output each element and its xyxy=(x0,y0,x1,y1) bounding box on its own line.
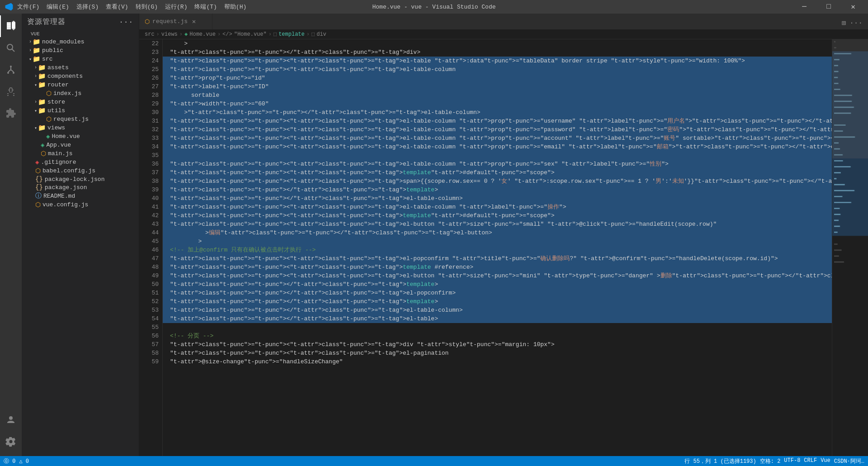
tree-item-mainjs[interactable]: ⬡main.js xyxy=(22,149,139,158)
tree-item-Homevue[interactable]: ◈Home.vue xyxy=(22,132,139,141)
code-line[interactable]: "t-attr">class"t-punc">="t-punc"><"t-att… xyxy=(163,117,832,125)
code-line[interactable]: "t-attr">class"t-punc">="t-punc"><"t-att… xyxy=(163,143,832,151)
code-line[interactable]: >编辑"t-attr">class"t-punc">="t-punc"></"t… xyxy=(163,228,832,237)
code-line[interactable]: "t-attr">class"t-punc">="t-punc"><"t-att… xyxy=(163,177,832,185)
code-line[interactable]: "t-attr">class"t-punc">="t-punc"><"t-att… xyxy=(163,160,832,168)
tree-item-requestjs[interactable]: ⬡request.js xyxy=(22,115,139,124)
code-line[interactable] xyxy=(163,323,832,332)
status-extra[interactable]: CSDN·阿珂… xyxy=(834,457,864,465)
menu-select[interactable]: 选择(S) xyxy=(76,3,99,11)
activity-debug[interactable] xyxy=(0,81,22,102)
code-line[interactable]: "t-attr">class"t-punc">="t-punc"></"t-at… xyxy=(163,185,832,194)
more-actions-button[interactable]: ··· xyxy=(848,17,864,29)
status-warnings[interactable]: △ 0 xyxy=(19,458,29,465)
breadcrumb-vue-name[interactable]: "Home.vue" xyxy=(234,31,267,38)
code-line[interactable]: "t-attr">class"t-punc">="t-punc"><"t-att… xyxy=(163,203,832,211)
activity-extensions[interactable] xyxy=(0,102,22,124)
menu-run[interactable]: 运行(R) xyxy=(165,3,187,11)
activity-git[interactable] xyxy=(0,59,22,81)
code-line[interactable]: "t-attr">class"t-punc">="t-punc"><"t-att… xyxy=(163,271,832,280)
status-indent[interactable]: 空格: 2 xyxy=(760,457,781,465)
tree-item-vueconfig.js[interactable]: ⬡vue.config.js xyxy=(22,200,139,209)
activity-explorer[interactable] xyxy=(0,15,22,37)
maximize-button[interactable]: □ xyxy=(818,0,839,14)
tree-item-store[interactable]: ›📁store xyxy=(22,98,139,106)
tree-item-gitignore[interactable]: ◈.gitignore xyxy=(22,158,139,166)
code-content[interactable]: > "t-attr">class"t-punc">="t-punc"></"t-… xyxy=(163,39,832,456)
breadcrumb-template[interactable]: template xyxy=(278,31,305,38)
code-line[interactable]: "t-attr">class"t-punc">="t-punc"><"t-att… xyxy=(163,134,832,143)
breadcrumb-filename[interactable]: Home.vue xyxy=(189,31,216,38)
code-line[interactable]: "t-attr">class"t-punc">="t-punc"></"t-at… xyxy=(163,297,832,306)
menu-file[interactable]: 文件(F) xyxy=(17,3,39,11)
status-encoding[interactable]: UTF-8 xyxy=(784,457,800,465)
code-line[interactable]: "t-attr">class"t-punc">="t-punc"><"t-att… xyxy=(163,125,832,134)
status-errors[interactable]: ⓪ 0 xyxy=(4,457,15,465)
tree-item-public[interactable]: ›📁public xyxy=(22,46,139,55)
menu-edit[interactable]: 编辑(E) xyxy=(47,3,69,11)
code-line[interactable]: >"t-attr">class"t-punc">="t-punc"></"t-a… xyxy=(163,108,832,117)
tree-item-package-lockjson[interactable]: {}package-lock.json xyxy=(22,175,139,183)
status-eol[interactable]: CRLF xyxy=(804,457,817,465)
menu-goto[interactable]: 转到(G) xyxy=(136,3,158,11)
code-line[interactable]: "t-attr">class"t-punc">="t-punc"><"t-att… xyxy=(163,254,832,263)
menu-view[interactable]: 查看(V) xyxy=(106,3,128,11)
code-line[interactable]: "t-attr">class"t-punc">="t-punc"><"t-att… xyxy=(163,349,832,357)
code-line[interactable]: "t-attr">class"t-punc">="t-punc"></"t-at… xyxy=(163,314,832,323)
code-line[interactable]: "t-attr">class"t-punc">="t-punc"><"t-att… xyxy=(163,57,832,65)
code-line[interactable]: sortable xyxy=(163,91,832,100)
tab-requestjs[interactable]: ⬡request.js✕ xyxy=(139,14,212,29)
tree-item-router[interactable]: ▾📁router xyxy=(22,81,139,89)
sidebar-root[interactable]: VUE xyxy=(22,30,139,38)
tree-item-READMEmd[interactable]: ⓘREADME.md xyxy=(22,191,139,200)
code-line[interactable]: <!-- 分页 --> xyxy=(163,332,832,340)
tree-item-babelconfig.js[interactable]: ⬡babel.config.js xyxy=(22,166,139,175)
code-line[interactable]: "t-attr">class"t-punc">="t-punc"><"t-att… xyxy=(163,340,832,349)
tree-item-views[interactable]: ▾📁views xyxy=(22,124,139,132)
code-line[interactable] xyxy=(163,151,832,160)
code-line[interactable]: "t-attr">class"t-punc">="t-punc"><"t-att… xyxy=(163,65,832,74)
split-editor-button[interactable]: ⊞ xyxy=(840,17,848,29)
tree-item-assets[interactable]: ›📁assets xyxy=(22,63,139,72)
code-line[interactable]: "t-attr">class"t-punc">="t-punc"><"t-att… xyxy=(163,220,832,228)
activity-search[interactable] xyxy=(0,37,22,59)
minimize-button[interactable]: ─ xyxy=(794,0,815,14)
menu-terminal[interactable]: 终端(T) xyxy=(194,3,217,11)
tree-item-utils[interactable]: ▾📁utils xyxy=(22,106,139,115)
file-tree: ›📁node_modules›📁public▾📁src›📁assets›📁com… xyxy=(22,38,139,209)
activity-settings[interactable] xyxy=(0,431,22,452)
code-line[interactable]: "t-attr">class"t-punc">="t-punc"><"t-att… xyxy=(163,263,832,271)
tab-close-button[interactable]: ✕ xyxy=(190,18,198,25)
close-button[interactable]: ✕ xyxy=(843,0,863,14)
tree-item-Appvue[interactable]: ◈App.vue xyxy=(22,141,139,149)
activity-account[interactable] xyxy=(0,409,22,431)
tree-item-src[interactable]: ▾📁src xyxy=(22,55,139,63)
code-line[interactable]: "t-attr">@size-change"t-punc">="handleSi… xyxy=(163,357,832,366)
code-line[interactable]: "t-attr">class"t-punc">="t-punc"><"t-att… xyxy=(163,211,832,220)
tree-item-indexjs[interactable]: ⬡index.js xyxy=(22,89,139,98)
status-cursor[interactable]: 行 55，列 1 (已选择1193) xyxy=(684,457,756,465)
window-controls[interactable]: ─ □ ✕ xyxy=(794,0,863,14)
code-line[interactable]: "t-attr">width"t-punc">="60" xyxy=(163,100,832,108)
code-line[interactable]: <!-- 加上@confirm 只有在确认被点击时才执行 --> xyxy=(163,246,832,254)
code-line[interactable]: "t-attr">class"t-punc">="t-punc"></"t-at… xyxy=(163,306,832,314)
tree-item-node_modules[interactable]: ›📁node_modules xyxy=(22,38,139,46)
code-line[interactable]: "t-attr">prop"t-punc">="id" xyxy=(163,74,832,82)
sidebar-more[interactable]: ··· xyxy=(119,18,133,26)
code-line[interactable]: "t-attr">label"t-punc">="ID" xyxy=(163,82,832,91)
menu-help[interactable]: 帮助(H) xyxy=(224,3,246,11)
breadcrumb-src[interactable]: src xyxy=(145,31,155,38)
menu-bar[interactable]: 文件(F) 编辑(E) 选择(S) 查看(V) 转到(G) 运行(R) 终端(T… xyxy=(17,3,246,11)
breadcrumb-div[interactable]: div xyxy=(316,31,326,38)
tree-item-components[interactable]: ›📁components xyxy=(22,72,139,81)
code-line[interactable]: "t-attr">class"t-punc">="t-punc"></"t-at… xyxy=(163,280,832,289)
code-line[interactable]: "t-attr">class"t-punc">="t-punc"></"t-at… xyxy=(163,48,832,57)
tree-item-packagejson[interactable]: {}package.json xyxy=(22,183,139,191)
code-line[interactable]: > xyxy=(163,39,832,48)
code-line[interactable]: "t-attr">class"t-punc">="t-punc"><"t-att… xyxy=(163,168,832,177)
breadcrumb-views[interactable]: views xyxy=(161,31,178,38)
code-line[interactable]: > xyxy=(163,237,832,246)
code-line[interactable]: "t-attr">class"t-punc">="t-punc"></"t-at… xyxy=(163,194,832,203)
status-language[interactable]: Vue xyxy=(821,457,830,465)
code-line[interactable]: "t-attr">class"t-punc">="t-punc"></"t-at… xyxy=(163,289,832,297)
